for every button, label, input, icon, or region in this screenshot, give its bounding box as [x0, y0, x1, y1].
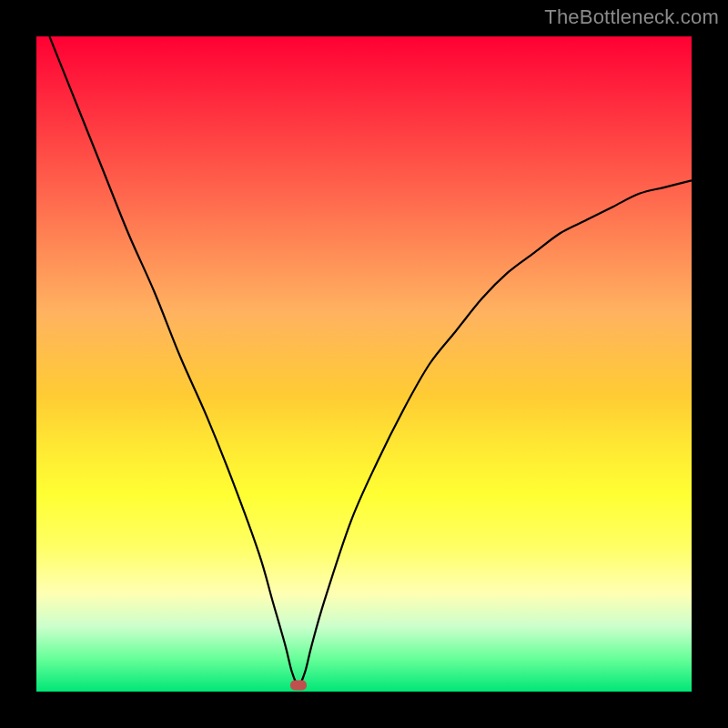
watermark-text: TheBottleneck.com: [544, 5, 719, 29]
optimal-point-marker: [290, 680, 307, 690]
plot-area: [36, 36, 692, 692]
chart-frame: TheBottleneck.com: [0, 0, 728, 728]
bottleneck-curve: [36, 36, 692, 692]
